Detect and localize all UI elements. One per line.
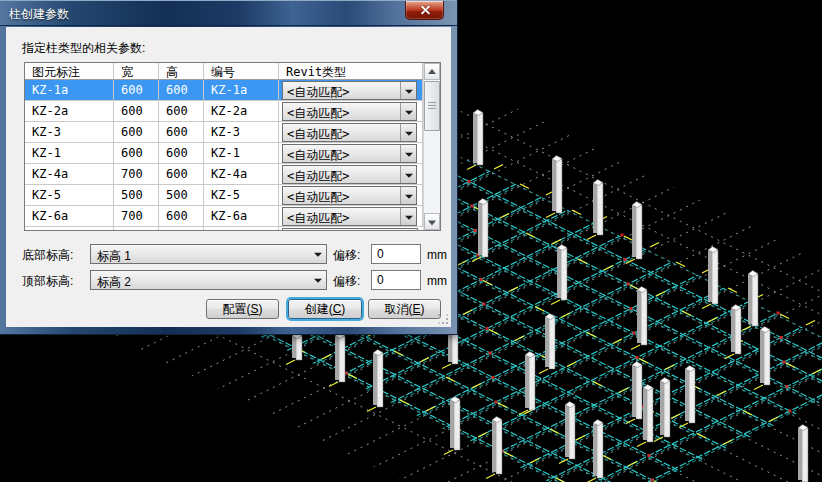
revit-type-combobox[interactable]: <自动匹配>	[282, 186, 417, 205]
chevron-down-icon	[405, 173, 413, 177]
top-offset-unit: mm	[427, 274, 447, 288]
close-button[interactable]	[405, 1, 444, 20]
cell-height[interactable]: 500	[159, 185, 204, 205]
combo-dropdown-button[interactable]	[400, 103, 416, 120]
cell-revit-type: <自动匹配>	[279, 122, 423, 142]
structural-column	[486, 417, 502, 479]
cell-tag[interactable]: KZ-4a	[25, 164, 114, 184]
cell-number[interactable]: KZ-5	[204, 185, 279, 205]
revit-type-value: <自动匹配>	[283, 145, 400, 162]
bottom-level-value: 标高 1	[97, 248, 131, 265]
bottom-offset-input[interactable]: 0	[371, 244, 421, 264]
cell-tag[interactable]: KZ-3	[25, 122, 114, 142]
combo-dropdown-button[interactable]	[400, 82, 416, 99]
cell-tag[interactable]: KZ-1	[25, 143, 114, 163]
table-row[interactable]: KZ-1600600KZ-1<自动匹配>	[25, 143, 423, 164]
cell-number[interactable]: KZ-1a	[204, 80, 279, 100]
cell-tag[interactable]: KZ-2a	[25, 101, 114, 121]
cell-revit-type: <自动匹配>	[279, 185, 423, 205]
close-icon	[419, 5, 430, 16]
chevron-down-icon	[405, 215, 413, 219]
cell-width[interactable]: 600	[114, 143, 159, 163]
table-row[interactable]: KZ-5500500KZ-5<自动匹配>	[25, 185, 423, 206]
structural-column	[329, 333, 345, 387]
combo-dropdown-button[interactable]	[400, 166, 416, 183]
cell-width[interactable]: 600	[114, 80, 159, 100]
column-header-1[interactable]: 宽	[114, 63, 159, 79]
configure-button[interactable]: 配置(S)	[206, 299, 279, 319]
cell-width[interactable]: 600	[114, 122, 159, 142]
table-row[interactable]: KZ-3600600KZ-3<自动匹配>	[25, 122, 423, 143]
column-header-4[interactable]: Revit类型	[279, 63, 423, 79]
cell-height[interactable]: 600	[159, 80, 204, 100]
table-scrollbar[interactable]	[423, 63, 440, 230]
chevron-down-icon	[405, 89, 413, 93]
revit-type-combobox[interactable]: <自动匹配>	[282, 123, 417, 142]
bottom-level-label: 底部标高:	[22, 247, 73, 264]
cell-width[interactable]: 700	[114, 206, 159, 226]
revit-type-value: <自动匹配>	[283, 82, 400, 99]
cell-number[interactable]: KZ-2a	[204, 101, 279, 121]
revit-type-combobox[interactable]: <自动匹配>	[282, 81, 417, 100]
columns-table: 图元标注宽高编号Revit类型 KZ-1a600600KZ-1a<自动匹配>KZ…	[24, 62, 441, 231]
column-header-0[interactable]: 图元标注	[25, 63, 114, 79]
chevron-down-icon	[314, 279, 322, 283]
scrollbar-thumb[interactable]	[424, 81, 440, 131]
column-header-2[interactable]: 高	[159, 63, 204, 79]
cell-number[interactable]: KZ-6a	[204, 206, 279, 226]
dialog-titlebar[interactable]: 柱创建参数	[0, 0, 457, 26]
combo-dropdown-button[interactable]	[400, 145, 416, 162]
structural-column	[286, 333, 302, 365]
cell-width[interactable]: 600	[114, 101, 159, 121]
cell-height[interactable]: 600	[159, 122, 204, 142]
combo-dropdown-button[interactable]	[400, 124, 416, 141]
structural-column	[679, 366, 695, 428]
table-row[interactable]: KZ-6a700600KZ-6a<自动匹配>	[25, 206, 423, 227]
cell-height[interactable]: 600	[159, 143, 204, 163]
table-row[interactable]: KZ-1a600600KZ-1a<自动匹配>	[25, 80, 423, 101]
cell-tag[interactable]: KZ-6a	[25, 206, 114, 226]
table-row[interactable]: KZ-4a700600KZ-4a<自动匹配>	[25, 164, 423, 185]
combo-dropdown-button[interactable]	[400, 187, 416, 204]
cell-number[interactable]: KZ-3	[204, 122, 279, 142]
cell-height[interactable]: 600	[159, 206, 204, 226]
cell-tag[interactable]: KZ-1a	[25, 80, 114, 100]
cell-number[interactable]: KZ-1	[204, 143, 279, 163]
resize-grip[interactable]	[438, 314, 449, 325]
structural-column	[792, 425, 808, 482]
revit-type-combobox[interactable]: <自动匹配>	[282, 144, 417, 163]
top-level-label: 顶部标高:	[22, 273, 73, 290]
cell-width[interactable]: 700	[114, 164, 159, 184]
table-row[interactable]: KZ-2a600600KZ-2a<自动匹配>	[25, 101, 423, 122]
cell-number[interactable]: KZ-4a	[204, 164, 279, 184]
column-header-3[interactable]: 编号	[204, 63, 279, 79]
chevron-down-icon	[405, 131, 413, 135]
bottom-offset-unit: mm	[427, 248, 447, 262]
structural-column	[654, 378, 670, 442]
cell-tag[interactable]: KZ-5	[25, 185, 114, 205]
structural-column	[539, 314, 555, 374]
instruction-label: 指定柱类型的相关参数:	[22, 40, 145, 57]
cell-height[interactable]: 600	[159, 164, 204, 184]
revit-type-value: <自动匹配>	[283, 103, 400, 120]
create-button[interactable]: 创建(C)	[288, 299, 362, 319]
revit-type-combobox[interactable]: <自动匹配>	[282, 102, 417, 121]
cell-width[interactable]: 500	[114, 185, 159, 205]
cell-height[interactable]: 600	[159, 101, 204, 121]
combo-dropdown-button[interactable]	[400, 208, 416, 225]
revit-type-value: <自动匹配>	[283, 187, 400, 204]
revit-type-combobox[interactable]: <自动匹配>	[282, 207, 417, 226]
chevron-down-icon	[405, 194, 413, 198]
dialog-title: 柱创建参数	[9, 6, 69, 23]
top-level-combobox[interactable]: 标高 2	[90, 270, 327, 290]
scrollbar-up-button[interactable]	[424, 63, 440, 80]
structural-column	[519, 352, 535, 415]
cancel-button[interactable]: 取消(E)	[368, 299, 441, 319]
revit-type-combobox[interactable]: <自动匹配>	[282, 165, 417, 184]
cell-revit-type: <自动匹配>	[279, 80, 423, 100]
column-create-dialog: 柱创建参数 指定柱类型的相关参数: 图元标注宽高编号Revit类型 KZ-1a6…	[0, 0, 457, 334]
scrollbar-down-button[interactable]	[424, 213, 440, 230]
bottom-level-combobox[interactable]: 标高 1	[90, 244, 327, 264]
top-offset-input[interactable]: 0	[371, 270, 421, 290]
structural-column	[626, 202, 642, 264]
